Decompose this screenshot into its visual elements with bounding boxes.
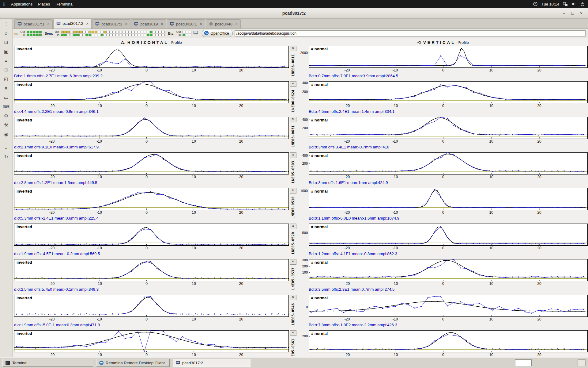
checkbox[interactable]: [104, 34, 107, 36]
checkbox[interactable]: [110, 34, 113, 36]
profile-type-icon[interactable]: ≋: [290, 188, 296, 194]
detach-window-icon[interactable]: ▭: [2, 94, 10, 101]
checkbox[interactable]: [156, 34, 159, 36]
profile-type-icon[interactable]: ≋: [290, 152, 296, 158]
checkbox[interactable]: [92, 34, 94, 36]
screenshot-icon[interactable]: ◉: [2, 131, 10, 138]
checkbox[interactable]: [128, 31, 131, 33]
network-icon[interactable]: [563, 2, 568, 6]
tab-pcad3019[interactable]: pcad3019×: [131, 19, 166, 29]
checkbox[interactable]: [125, 34, 128, 36]
profile-type-icon[interactable]: ≋: [290, 224, 296, 229]
checkbox[interactable]: [89, 31, 91, 33]
checkbox[interactable]: [39, 34, 42, 36]
clock[interactable]: Tue 10:14: [541, 2, 559, 6]
checkbox[interactable]: [39, 31, 42, 33]
scaling-icon[interactable]: ◱: [2, 75, 10, 82]
tab-pcad3020:1[interactable]: pcad3020:1×: [167, 19, 205, 29]
checkbox[interactable]: [101, 34, 104, 36]
checkbox[interactable]: [27, 31, 29, 33]
checkbox[interactable]: [101, 31, 104, 33]
profile-type-icon[interactable]: ≋: [290, 259, 296, 265]
profile-type-icon[interactable]: ≋: [290, 295, 296, 300]
checkbox[interactable]: [104, 31, 107, 33]
preferences-icon[interactable]: ⚙: [2, 112, 10, 119]
tab-pcad3017:2[interactable]: pcad3017:2×: [53, 18, 92, 29]
checkbox[interactable]: [162, 34, 165, 36]
checkbox[interactable]: [138, 34, 140, 36]
checkbox[interactable]: [141, 34, 143, 36]
menu-applications[interactable]: Applications: [11, 2, 32, 6]
checkbox[interactable]: [82, 31, 85, 33]
checkbox[interactable]: [131, 34, 134, 36]
checkbox[interactable]: [122, 31, 125, 33]
checkbox[interactable]: [159, 34, 162, 36]
path-field[interactable]: /acc/java/data/lna/adebds/acquisition: [235, 30, 586, 36]
checkbox[interactable]: [73, 34, 76, 36]
tab-pcad3017:1[interactable]: pcad3017:1×: [14, 19, 53, 29]
checkbox[interactable]: [95, 34, 97, 36]
fit-window-icon[interactable]: ⊡: [2, 39, 10, 46]
checkbox[interactable]: [134, 31, 137, 33]
checkbox[interactable]: [76, 31, 79, 33]
checkbox[interactable]: [183, 31, 185, 33]
checkbox[interactable]: [128, 34, 131, 36]
checkbox[interactable]: [36, 31, 39, 33]
checkbox[interactable]: [85, 34, 88, 36]
checkbox[interactable]: [73, 31, 76, 33]
checkbox[interactable]: [95, 31, 97, 33]
checkbox[interactable]: [30, 34, 32, 36]
fullscreen-icon[interactable]: ▣: [2, 48, 10, 55]
tab-pcad3017:3[interactable]: pcad3017:3×: [92, 19, 130, 29]
checkbox[interactable]: [144, 34, 146, 36]
tab-close-icon[interactable]: ×: [161, 21, 163, 26]
checkbox[interactable]: [186, 34, 188, 36]
checkbox[interactable]: [98, 34, 100, 36]
checkbox[interactable]: [153, 31, 156, 33]
taskbar-item-3[interactable]: pcad3017:2: [173, 359, 251, 367]
checkbox[interactable]: [119, 34, 122, 36]
profile-type-icon[interactable]: ≋: [290, 81, 296, 87]
checkbox[interactable]: [79, 31, 82, 33]
checkbox[interactable]: [79, 34, 82, 36]
checkbox[interactable]: [92, 31, 94, 33]
checkbox[interactable]: [64, 34, 67, 36]
minimize-toolbar-icon[interactable]: ⌄: [2, 144, 10, 151]
checkbox[interactable]: [89, 34, 91, 36]
checkbox[interactable]: [113, 31, 116, 33]
checkbox[interactable]: [159, 31, 162, 33]
checkbox[interactable]: [116, 34, 119, 36]
checkbox[interactable]: [64, 31, 67, 33]
checkbox[interactable]: [147, 34, 149, 36]
maximize-button[interactable]: □: [569, 10, 576, 17]
tab-pcad3048[interactable]: pcad3048×: [206, 19, 241, 29]
checkbox[interactable]: [113, 34, 116, 36]
openoffice-button[interactable]: OpenOffice: [202, 30, 232, 37]
checkbox[interactable]: [125, 31, 128, 33]
checkbox[interactable]: [186, 31, 188, 33]
checkbox[interactable]: [98, 31, 100, 33]
multi-monitor-icon[interactable]: ⊞: [2, 66, 10, 73]
tab-close-icon[interactable]: ×: [125, 21, 127, 26]
tab-close-icon[interactable]: ×: [47, 21, 50, 26]
checkbox[interactable]: [150, 34, 153, 36]
checkbox[interactable]: [82, 34, 85, 36]
checkbox[interactable]: [36, 34, 39, 36]
minimize-button[interactable]: −: [560, 10, 568, 17]
profile-type-icon[interactable]: ≋: [290, 117, 296, 122]
checkbox[interactable]: [122, 34, 125, 36]
disconnect-icon[interactable]: ↻: [2, 153, 10, 160]
tab-close-icon[interactable]: ×: [86, 21, 89, 26]
checkbox[interactable]: [119, 31, 122, 33]
checkbox[interactable]: [138, 31, 140, 33]
checkbox[interactable]: [144, 31, 146, 33]
profile-type-icon[interactable]: ≋: [290, 330, 296, 336]
checkbox[interactable]: [189, 31, 191, 33]
tools-icon[interactable]: ⚒: [2, 121, 10, 128]
checkbox[interactable]: [27, 34, 29, 36]
checkbox[interactable]: [107, 31, 110, 33]
tray-corner[interactable]: [578, 359, 586, 366]
switch-tab-icon[interactable]: ≡: [2, 57, 10, 64]
checkbox[interactable]: [33, 31, 36, 33]
checkbox[interactable]: [150, 31, 153, 33]
